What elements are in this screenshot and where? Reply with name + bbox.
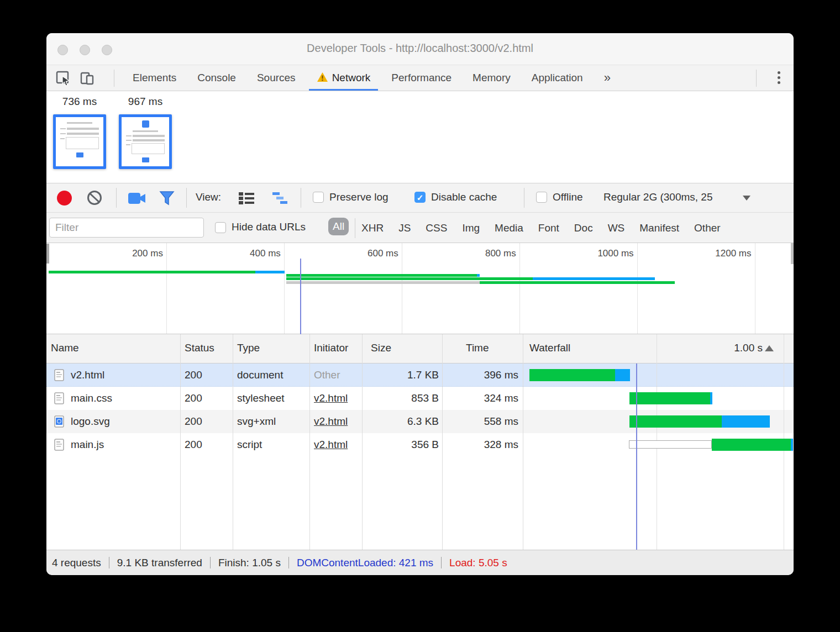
filter-type-doc[interactable]: Doc [574,222,593,234]
request-initiator-link[interactable]: v2.html [314,433,348,456]
column-header-time[interactable]: Time [466,342,489,354]
divider [109,557,109,568]
column-header-waterfall[interactable]: Waterfall [529,342,570,354]
capture-screenshots-icon[interactable] [128,192,146,205]
requests-table: Name Status Type Initiator Size Time Wat… [46,334,794,550]
tab-memory[interactable]: Memory [473,65,511,91]
filter-type-font[interactable]: Font [538,222,559,234]
overview-right-handle[interactable] [791,243,794,264]
overview-gridline [519,243,520,334]
request-name[interactable]: main.css [71,387,112,410]
request-row-main-css[interactable]: main.css 200 stylesheet v2.html 853 B 32… [46,387,794,410]
column-header-name[interactable]: Name [51,342,79,354]
filter-type-other[interactable]: Other [694,222,721,234]
tab-console[interactable]: Console [197,65,236,91]
filter-type-js[interactable]: JS [398,222,411,234]
request-initiator-link[interactable]: v2.html [314,387,348,410]
divider [524,188,524,208]
document-file-icon [54,439,64,451]
filmstrip-panel: 736 ms 967 ms [46,91,794,183]
request-name[interactable]: main.js [71,433,104,456]
devtools-menu-button[interactable] [777,71,780,86]
request-row-main-js[interactable]: main.js 200 script v2.html 356 B 328 ms [46,433,794,456]
window-title: Developer Tools - http://localhost:3000/… [46,42,794,55]
filter-funnel-icon[interactable] [159,190,175,207]
load-time: Load: 5.05 s [449,557,507,569]
sort-ascending-icon [765,345,774,351]
tab-application[interactable]: Application [532,65,583,91]
tab-performance[interactable]: Performance [391,65,452,91]
request-row-logo-svg[interactable]: logo.svg 200 svg+xml v2.html 6.3 KB 558 … [46,410,794,433]
tab-network[interactable]: Network [317,65,371,91]
request-status: 200 [185,364,202,387]
summary-bar: 4 requests 9.1 KB transferred Finish: 1.… [46,550,794,575]
column-header-initiator[interactable]: Initiator [314,342,348,354]
column-header-status[interactable]: Status [185,342,214,354]
divider [288,557,289,568]
request-initiator-link[interactable]: v2.html [314,410,348,433]
inspect-element-icon[interactable] [56,71,71,86]
devtools-window: Developer Tools - http://localhost:3000/… [46,33,794,575]
disable-cache-label[interactable]: Disable cache [431,191,497,203]
large-request-rows-icon[interactable] [238,192,255,205]
overview-gridline [402,243,402,334]
hide-data-urls-checkbox[interactable] [215,222,226,233]
filter-type-css[interactable]: CSS [426,222,447,234]
column-header-type[interactable]: Type [237,342,260,354]
request-type: stylesheet [237,387,285,410]
divider [756,70,757,87]
filter-type-all[interactable]: All [328,218,349,235]
column-header-size[interactable]: Size [371,342,391,354]
request-size: 1.7 KB [356,364,439,387]
disable-cache-checkbox[interactable]: ✓ [414,192,426,203]
request-name[interactable]: logo.svg [71,410,110,433]
request-type: script [237,433,262,456]
panel-tabbar: Elements Console Sources Network Perform… [46,65,794,91]
domcontentloaded-time: DOMContentLoaded: 421 ms [297,557,433,569]
throttling-select[interactable]: Regular 2G (300ms, 25 [603,191,741,203]
filter-type-xhr[interactable]: XHR [361,222,384,234]
request-time: 558 ms [435,410,518,433]
filter-types: XHR JS CSS Img Media Font Doc WS Manifes… [361,213,721,243]
active-tab-underline [309,89,379,91]
preserve-log-checkbox[interactable] [313,192,324,203]
request-size: 356 B [356,433,439,456]
filter-type-media[interactable]: Media [495,222,523,234]
offline-checkbox[interactable] [536,192,547,203]
tab-sources[interactable]: Sources [257,65,296,91]
filter-type-img[interactable]: Img [462,222,480,234]
offline-label[interactable]: Offline [553,191,583,203]
hide-data-urls-label[interactable]: Hide data URLs [232,221,306,233]
waterfall-blue-segment [615,369,630,381]
view-label: View: [196,191,221,203]
overview-gridline [637,243,638,334]
overview-left-handle[interactable] [46,244,49,264]
filmstrip-frame-1[interactable]: 736 ms [53,96,106,169]
overview-request-bar [286,277,533,280]
waterfall-waiting-segment [629,440,712,449]
more-tabs-button[interactable]: » [604,65,611,91]
device-toolbar-icon[interactable] [80,71,95,86]
filter-input[interactable] [49,218,204,238]
tab-elements[interactable]: Elements [133,65,176,91]
overview-timeline[interactable]: 200 ms400 ms600 ms800 ms1000 ms1200 ms [46,243,794,334]
waterfall-green-segment [529,369,615,381]
waterfall-scale-label[interactable]: 1.00 s [718,342,774,354]
frame-thumbnail[interactable] [53,114,106,169]
throttling-caret-icon[interactable] [743,196,750,201]
filter-type-manifest[interactable]: Manifest [639,222,679,234]
clear-button[interactable] [86,189,103,206]
table-header: Name Status Type Initiator Size Time Wat… [46,334,794,364]
frame-thumbnail[interactable] [119,114,172,169]
request-time: 328 ms [435,433,518,456]
preserve-log-label[interactable]: Preserve log [329,191,389,203]
filter-type-ws[interactable]: WS [608,222,625,234]
request-row-v2-html[interactable]: v2.html 200 document Other 1.7 KB 396 ms [46,364,794,387]
overview-request-bar [286,274,477,277]
request-name[interactable]: v2.html [71,364,104,387]
record-button[interactable] [57,191,72,206]
show-overview-icon[interactable] [272,192,288,205]
divider [210,557,211,568]
filmstrip-frame-2[interactable]: 967 ms [119,96,172,169]
request-time: 396 ms [435,364,518,387]
